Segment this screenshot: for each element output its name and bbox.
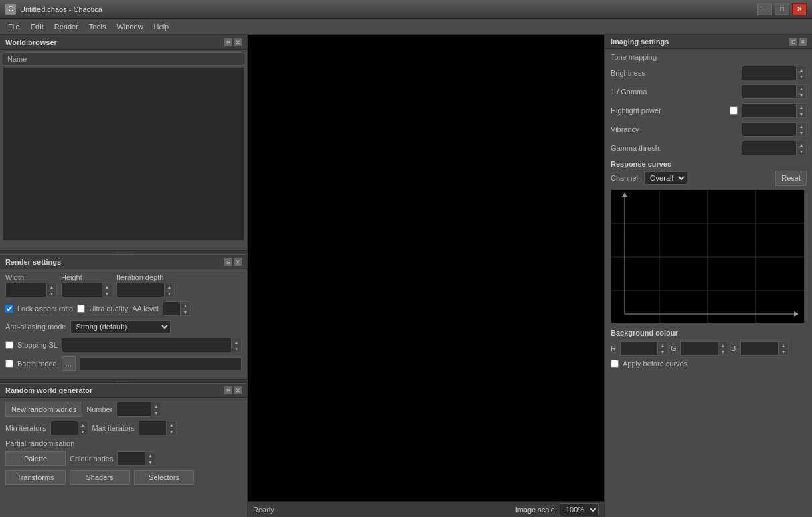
aa-level-spinbox[interactable]: 2 ▲ ▼ (163, 301, 191, 316)
number-spinbox[interactable]: 9 ▲ ▼ (116, 402, 161, 417)
vibrancy-spinbox[interactable]: 1.0 ▲ ▼ (742, 122, 807, 137)
b-up[interactable]: ▲ (779, 342, 788, 348)
g-spinbox[interactable]: 0.0 ▲ ▼ (680, 341, 728, 356)
max-iter-input[interactable]: 5 (139, 421, 166, 435)
highlight-input[interactable]: 0.05 (742, 104, 796, 117)
max-iter-down[interactable]: ▼ (167, 428, 176, 435)
gamma-spinbox[interactable]: 4.0 ▲ ▼ (742, 84, 807, 99)
b-spinbox[interactable]: 0.0 ▲ ▼ (740, 341, 789, 356)
r-up[interactable]: ▲ (658, 342, 667, 348)
r-spinbox[interactable]: 0.0 ▲ ▼ (620, 341, 668, 356)
number-input[interactable]: 9 (117, 402, 151, 416)
aa-up[interactable]: ▲ (181, 302, 190, 309)
iterdepth-up[interactable]: ▲ (165, 283, 174, 290)
brightness-down[interactable]: ▼ (797, 73, 806, 80)
gamma-down[interactable]: ▼ (797, 92, 806, 98)
gamma-thresh-spinbox[interactable]: 0.0 ▲ ▼ (742, 141, 807, 155)
width-input[interactable]: 1024 (6, 283, 46, 297)
channel-select[interactable]: Overall (645, 172, 687, 184)
menu-file[interactable]: File (3, 21, 25, 32)
b-down[interactable]: ▼ (779, 348, 788, 355)
colour-nodes-input[interactable]: 8 (118, 452, 145, 465)
iterdepth-input[interactable]: 10000 (117, 283, 164, 297)
render-settings-close-btn[interactable]: ✕ (234, 258, 242, 266)
vibrancy-up[interactable]: ▲ (797, 123, 806, 129)
iterdepth-down[interactable]: ▼ (165, 290, 174, 297)
image-scale-select[interactable]: 100% (560, 504, 598, 516)
menu-help[interactable]: Help (149, 21, 175, 32)
stopping-sl-down[interactable]: ▼ (232, 345, 241, 352)
transforms-btn[interactable]: Transforms (5, 470, 66, 485)
imaging-close-btn[interactable]: ✕ (799, 38, 807, 46)
width-up[interactable]: ▲ (47, 283, 56, 290)
gamma-input[interactable]: 4.0 (742, 85, 796, 98)
aa-down[interactable]: ▼ (181, 309, 190, 315)
new-random-worlds-btn[interactable]: New random worlds (5, 402, 82, 417)
stopping-sl-spinbox[interactable]: 8.00 ▲ ▼ (62, 338, 242, 352)
random-gen-float-btn[interactable]: ⊟ (224, 386, 232, 394)
random-gen-close-btn[interactable]: ✕ (234, 386, 242, 394)
menu-tools[interactable]: Tools (84, 21, 112, 32)
stopping-sl-input[interactable]: 8.00 (62, 338, 231, 352)
gamma-up[interactable]: ▲ (797, 85, 806, 92)
colour-nodes-down[interactable]: ▼ (145, 459, 155, 465)
highlight-spinbox[interactable]: 0.05 ▲ ▼ (742, 103, 807, 118)
reset-btn[interactable]: Reset (775, 171, 807, 186)
gamma-thresh-down[interactable]: ▼ (797, 148, 806, 155)
minimize-button[interactable]: ─ (757, 3, 772, 15)
brightness-up[interactable]: ▲ (797, 66, 806, 73)
highlight-down[interactable]: ▼ (797, 110, 806, 117)
g-input[interactable]: 0.0 (681, 342, 718, 355)
channel-combo[interactable]: Overall (644, 171, 687, 185)
brightness-spinbox[interactable]: 4.0 ▲ ▼ (742, 66, 807, 80)
close-button[interactable]: ✕ (792, 3, 807, 15)
render-settings-float-btn[interactable]: ⊟ (224, 258, 232, 266)
r-input[interactable]: 0.0 (621, 342, 657, 355)
width-spinbox[interactable]: 1024 ▲ ▼ (5, 283, 57, 297)
batch-mode-dots-btn[interactable]: ... (62, 356, 76, 371)
maximize-button[interactable]: □ (775, 3, 789, 15)
width-down[interactable]: ▼ (47, 290, 56, 297)
gamma-thresh-input[interactable]: 0.0 (742, 141, 796, 155)
min-iter-up[interactable]: ▲ (78, 421, 88, 428)
stopping-sl-checkbox[interactable] (5, 341, 13, 349)
g-up[interactable]: ▲ (718, 342, 728, 348)
batch-mode-checkbox[interactable] (5, 360, 13, 368)
g-down[interactable]: ▼ (718, 348, 728, 355)
imaging-float-btn[interactable]: ⊟ (789, 38, 797, 46)
vibrancy-down[interactable]: ▼ (797, 129, 806, 136)
min-iter-input[interactable]: 3 (51, 421, 78, 435)
aa-mode-combo[interactable]: Strong (default) (70, 320, 171, 334)
colour-nodes-spinbox[interactable]: 8 ▲ ▼ (117, 451, 155, 466)
selectors-btn[interactable]: Selectors (134, 470, 194, 485)
ultra-quality-checkbox[interactable] (77, 305, 85, 313)
height-down[interactable]: ▼ (102, 290, 112, 297)
colour-nodes-up[interactable]: ▲ (145, 452, 155, 459)
height-up[interactable]: ▲ (102, 283, 112, 290)
palette-btn[interactable]: Palette (5, 451, 66, 466)
b-input[interactable]: 0.0 (741, 342, 778, 355)
height-spinbox[interactable]: 640 ▲ ▼ (61, 283, 112, 297)
gamma-thresh-up[interactable]: ▲ (797, 141, 806, 148)
menu-window[interactable]: Window (111, 21, 148, 32)
aa-mode-select[interactable]: Strong (default) (71, 321, 170, 333)
iterdepth-spinbox[interactable]: 10000 ▲ ▼ (116, 283, 175, 297)
lock-aspect-checkbox[interactable] (5, 305, 13, 313)
image-scale-combo[interactable]: 100% (560, 503, 599, 516)
max-iter-spinbox[interactable]: 5 ▲ ▼ (139, 421, 177, 435)
brightness-input[interactable]: 4.0 (742, 66, 796, 80)
min-iter-spinbox[interactable]: 3 ▲ ▼ (50, 421, 88, 435)
vibrancy-input[interactable]: 1.0 (742, 123, 796, 136)
world-browser-float-btn[interactable]: ⊟ (224, 38, 232, 46)
shaders-btn[interactable]: Shaders (70, 470, 130, 485)
menu-edit[interactable]: Edit (25, 21, 49, 32)
world-browser-close-btn[interactable]: ✕ (234, 38, 242, 46)
menu-render[interactable]: Render (49, 21, 84, 32)
height-input[interactable]: 640 (62, 283, 102, 297)
aa-level-input[interactable]: 2 (163, 302, 180, 315)
min-iter-down[interactable]: ▼ (78, 428, 88, 435)
highlight-up[interactable]: ▲ (797, 104, 806, 110)
apply-before-curves-checkbox[interactable] (611, 360, 619, 368)
r-down[interactable]: ▼ (658, 348, 667, 355)
stopping-sl-up[interactable]: ▲ (232, 338, 241, 345)
